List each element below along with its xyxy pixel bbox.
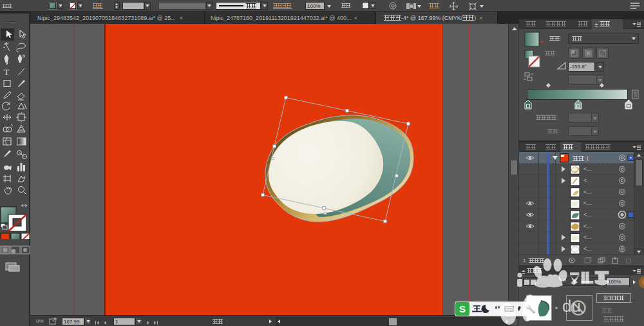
svg-text:T: T xyxy=(4,67,9,77)
svg-text:×: × xyxy=(563,276,567,283)
